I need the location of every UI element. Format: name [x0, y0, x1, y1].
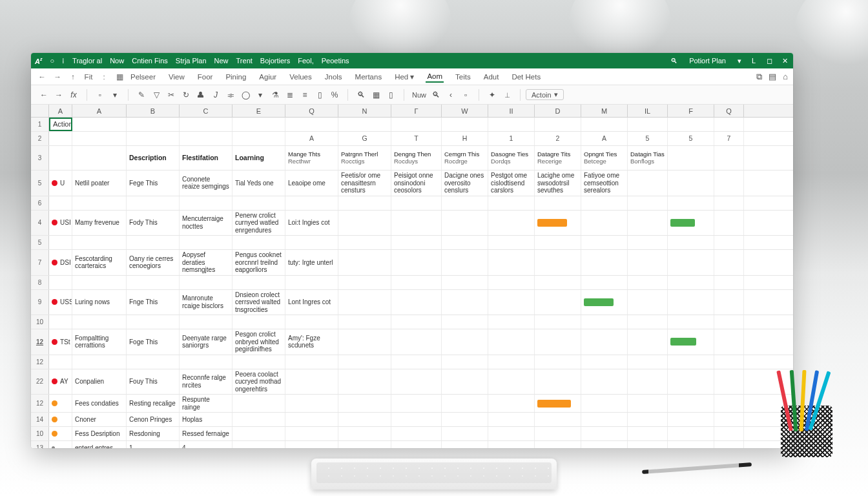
- cell[interactable]: [488, 315, 535, 329]
- col-header[interactable]: N: [338, 105, 391, 117]
- cell[interactable]: [338, 118, 391, 131]
- cell[interactable]: [535, 276, 581, 289]
- cell[interactable]: [535, 290, 581, 315]
- cell[interactable]: Foge This: [127, 329, 180, 355]
- forward-icon[interactable]: →: [54, 90, 64, 99]
- cell[interactable]: [535, 395, 581, 412]
- cell[interactable]: [581, 369, 628, 395]
- cell[interactable]: Hoplas: [180, 413, 232, 426]
- cell[interactable]: [49, 441, 72, 448]
- align-icon[interactable]: ≣: [285, 90, 295, 99]
- col-header[interactable]: A: [49, 105, 72, 117]
- cell[interactable]: Ressed fernaige: [180, 427, 232, 440]
- cell[interactable]: [628, 413, 668, 426]
- row-number[interactable]: 9: [31, 290, 49, 315]
- cell[interactable]: [535, 413, 581, 426]
- title-item[interactable]: Strja Plan: [176, 57, 207, 65]
- cell[interactable]: [581, 427, 628, 440]
- menu-tab[interactable]: Velues: [288, 72, 313, 82]
- flask-icon[interactable]: ⚗︎: [270, 90, 280, 99]
- cell[interactable]: [72, 132, 127, 145]
- cell[interactable]: [285, 413, 338, 426]
- cell[interactable]: [232, 236, 285, 249]
- cell[interactable]: [535, 236, 581, 249]
- cell[interactable]: [338, 236, 391, 249]
- cell[interactable]: [285, 427, 338, 440]
- cell[interactable]: [488, 329, 535, 355]
- cell[interactable]: [391, 427, 442, 440]
- cell[interactable]: [72, 196, 127, 210]
- cell[interactable]: [232, 118, 285, 131]
- cell[interactable]: [285, 118, 338, 131]
- cell[interactable]: [391, 413, 442, 426]
- dropdown-icon[interactable]: ▾: [110, 90, 120, 99]
- cell[interactable]: [49, 132, 72, 145]
- row-number[interactable]: 12: [31, 355, 49, 369]
- grid-icon[interactable]: ▦: [114, 72, 125, 81]
- row-number[interactable]: 5: [31, 236, 49, 249]
- cell[interactable]: [180, 236, 232, 249]
- action-dropdown[interactable]: Actoin ▾: [526, 89, 564, 100]
- cell[interactable]: Fescotarding ccarteraics: [72, 250, 127, 275]
- cell[interactable]: [338, 276, 391, 289]
- cell[interactable]: Fompaltting cerrattions: [72, 329, 127, 355]
- cell[interactable]: [535, 196, 581, 210]
- cell[interactable]: [49, 276, 72, 289]
- cell[interactable]: [628, 355, 668, 369]
- cell[interactable]: [714, 329, 744, 355]
- cell[interactable]: Oany rie cerres cenoegiors: [127, 250, 180, 275]
- menu-tab[interactable]: Foor: [196, 72, 214, 82]
- doc-icon[interactable]: ▯: [386, 90, 396, 99]
- pen-icon[interactable]: ✎: [136, 90, 147, 99]
- cell[interactable]: 1: [488, 132, 535, 145]
- cell[interactable]: [285, 395, 338, 412]
- cell[interactable]: [232, 441, 285, 448]
- row-number[interactable]: 14: [31, 413, 49, 426]
- cell[interactable]: [127, 236, 180, 249]
- cell[interactable]: [581, 395, 628, 412]
- cell[interactable]: 4: [180, 441, 232, 448]
- minimize-button[interactable]: L: [749, 57, 758, 65]
- menu-tab[interactable]: Teits: [454, 72, 472, 82]
- cell[interactable]: A: [581, 132, 628, 145]
- back-button[interactable]: ←: [36, 73, 48, 81]
- title-item[interactable]: Feol,: [298, 57, 313, 65]
- cell[interactable]: [668, 146, 714, 170]
- cell[interactable]: USS: [49, 290, 72, 315]
- cell[interactable]: [668, 236, 714, 249]
- cell[interactable]: [232, 413, 285, 426]
- cell[interactable]: Peisigot onne onsinodoni ceosolors: [391, 170, 442, 196]
- new-label[interactable]: Nuw: [412, 91, 426, 99]
- cell[interactable]: [442, 441, 488, 448]
- cell[interactable]: [442, 236, 488, 249]
- cell[interactable]: [488, 427, 535, 440]
- cell[interactable]: [391, 315, 442, 329]
- row-number[interactable]: 12: [31, 395, 49, 412]
- cell[interactable]: [581, 413, 628, 426]
- row-number[interactable]: 22: [31, 369, 49, 395]
- bookmark-icon[interactable]: ⟂: [502, 90, 512, 99]
- row-number[interactable]: 12: [31, 329, 49, 355]
- left-icon[interactable]: ‹: [446, 90, 456, 99]
- col-header[interactable]: Q: [285, 105, 338, 117]
- cell[interactable]: Description: [127, 146, 180, 170]
- cell[interactable]: [232, 315, 285, 329]
- cell[interactable]: Aopysef deraties nemsngjtes: [180, 250, 232, 275]
- cell[interactable]: [49, 355, 72, 369]
- cell[interactable]: [442, 276, 488, 289]
- cell[interactable]: [232, 276, 285, 289]
- cell[interactable]: Lont Ingres cot: [285, 290, 338, 315]
- cell[interactable]: [338, 441, 391, 448]
- cell[interactable]: Pesgon crolict onbryed whlted pegirdinif…: [232, 329, 285, 355]
- row-number[interactable]: 5: [31, 170, 49, 196]
- cell[interactable]: Opngnt TiesBetcege: [581, 146, 628, 170]
- title-item[interactable]: Peoetins: [322, 57, 349, 65]
- cell[interactable]: [49, 413, 72, 426]
- home-icon[interactable]: ⌂: [783, 72, 788, 82]
- cell[interactable]: Cemgrn ThisRocdrge: [442, 146, 488, 170]
- cell[interactable]: [285, 276, 338, 289]
- cell[interactable]: [714, 315, 744, 329]
- cell[interactable]: [232, 395, 285, 412]
- cell[interactable]: [72, 236, 127, 249]
- cell[interactable]: [668, 290, 714, 315]
